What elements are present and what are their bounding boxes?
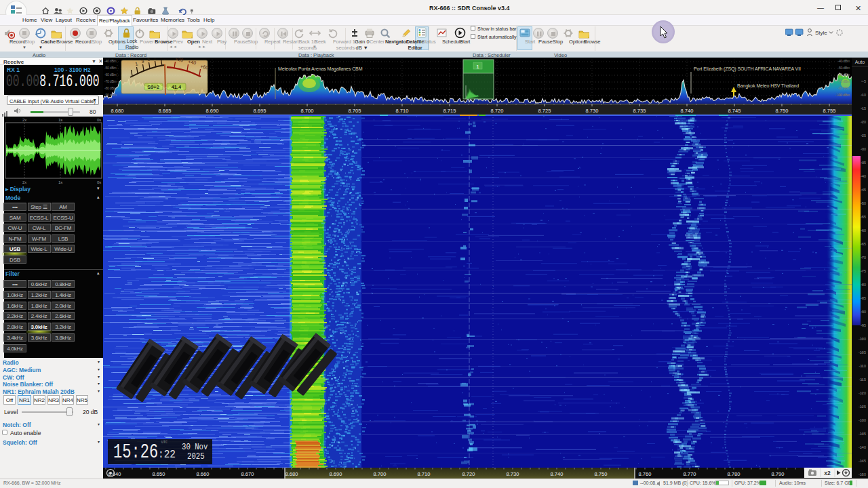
svg-text:8.660: 8.660 (197, 471, 210, 477)
svg-text:8.685: 8.685 (159, 108, 172, 114)
svg-text:8.680: 8.680 (285, 471, 298, 477)
svg-text:1: 1 (476, 64, 479, 70)
svg-text:Style: Style (815, 30, 827, 36)
svg-text:2x: 2x (22, 118, 26, 122)
svg-text:8.720: 8.720 (462, 471, 475, 477)
svg-text:S9+2: S9+2 (147, 84, 159, 90)
svg-text:8.745: 8.745 (728, 108, 741, 114)
svg-text:8.720: 8.720 (491, 108, 504, 114)
svg-text:-90 dBm: -90 dBm (104, 93, 117, 97)
svg-text:-40 dBm: -40 dBm (104, 59, 117, 63)
svg-text:8.710: 8.710 (396, 108, 409, 114)
svg-text:8.740: 8.740 (681, 108, 694, 114)
svg-text:8.750: 8.750 (595, 471, 608, 477)
svg-text:Auto: Auto (855, 60, 865, 64)
svg-text:0s: 0s (97, 118, 101, 122)
svg-text:2x: 2x (22, 180, 26, 184)
svg-text:8.730: 8.730 (586, 108, 599, 114)
svg-text:-70 dBm: -70 dBm (104, 79, 117, 83)
svg-text:-100 dBm: -100 dBm (835, 93, 850, 97)
svg-text:8.670: 8.670 (241, 471, 254, 477)
svg-text:8.725: 8.725 (538, 108, 551, 114)
svg-text:-60 dBm: -60 dBm (838, 73, 850, 77)
svg-text:-50 dBm: -50 dBm (838, 66, 850, 70)
svg-text:8.680: 8.680 (111, 108, 124, 114)
svg-text:8.690: 8.690 (206, 108, 219, 114)
svg-text:-80 dBm: -80 dBm (104, 86, 117, 90)
svg-text:8.750: 8.750 (776, 108, 789, 114)
svg-text:8.740: 8.740 (551, 471, 564, 477)
svg-text:8.790: 8.790 (772, 471, 785, 477)
svg-text:8.755: 8.755 (823, 108, 836, 114)
svg-text:Port Elizabeth (ZSQ) SOUTH AFR: Port Elizabeth (ZSQ) SOUTH AFRICA NAVARE… (694, 66, 801, 72)
svg-text:-60 dBm: -60 dBm (104, 73, 117, 77)
svg-text:0s: 0s (97, 180, 101, 184)
svg-text:1s: 1s (58, 118, 62, 122)
svg-text:Bangkok Meteo HSV Thailand: Bangkok Meteo HSV Thailand (737, 83, 799, 89)
svg-text:8.715: 8.715 (443, 108, 456, 114)
svg-text:-70 dBm: -70 dBm (838, 79, 850, 83)
svg-text:8.710: 8.710 (418, 471, 431, 477)
svg-text:8.705: 8.705 (349, 108, 361, 114)
svg-text:8.780: 8.780 (728, 471, 741, 477)
svg-text:8.690: 8.690 (330, 471, 342, 477)
svg-text:-80 dBm: -80 dBm (838, 86, 850, 90)
svg-text:8.650: 8.650 (153, 471, 165, 477)
svg-text:8.700: 8.700 (374, 471, 387, 477)
svg-text:8.730: 8.730 (507, 471, 519, 477)
svg-text:Meteofax Punta Arenas Magallan: Meteofax Punta Arenas Magallanes CBM (278, 66, 363, 72)
svg-text:x2: x2 (824, 470, 831, 476)
svg-text:8.760: 8.760 (639, 471, 652, 477)
svg-text:8.700: 8.700 (301, 108, 314, 114)
svg-text:8.735: 8.735 (633, 108, 646, 114)
svg-text:8.695: 8.695 (254, 108, 267, 114)
svg-text:-50 dBm: -50 dBm (104, 66, 117, 70)
svg-text:41.4: 41.4 (172, 84, 182, 90)
svg-text:8.770: 8.770 (684, 471, 696, 477)
svg-text:-40 dBm: -40 dBm (838, 59, 850, 63)
svg-text:1s: 1s (58, 180, 62, 184)
